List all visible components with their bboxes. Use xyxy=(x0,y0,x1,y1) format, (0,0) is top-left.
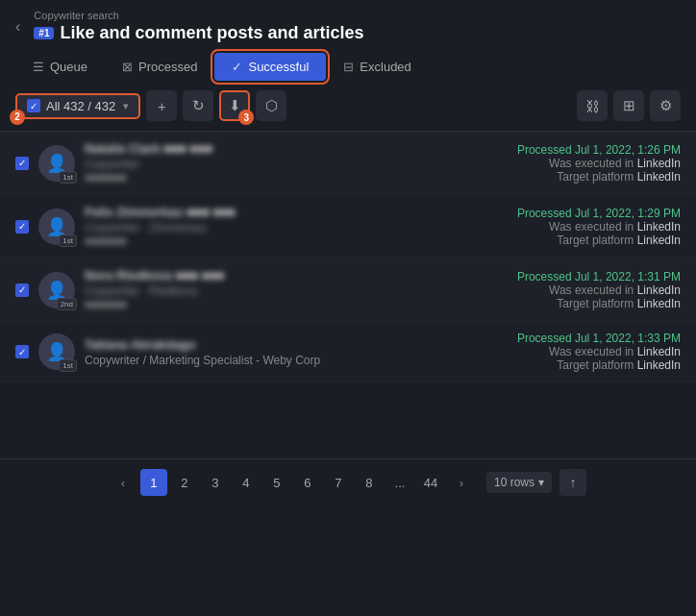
tab-processed[interactable]: ⊠ Processed xyxy=(105,53,214,81)
page-6-button[interactable]: 6 xyxy=(294,469,321,496)
platform-val-2: LinkedIn xyxy=(637,234,681,247)
download-button[interactable]: ⬇ 3 xyxy=(219,90,250,121)
item-info-1: Natalie Clark ■■■ ■■■ Copywriter ■■■■■■ xyxy=(85,141,508,185)
item-subtitle-2: Copywriter · Zimmerkau xyxy=(85,221,508,234)
grid-icon-button[interactable]: ⊞ xyxy=(613,90,644,121)
filter-button[interactable]: ⚙ xyxy=(650,90,681,121)
page-title: Like and comment posts and articles xyxy=(60,23,363,43)
tab-excluded[interactable]: ⊟ Excluded xyxy=(326,53,428,81)
item-info-3: Nora Riedkova ■■■ ■■■ Copywriter · Riedk… xyxy=(85,268,508,311)
page-2-button[interactable]: 2 xyxy=(171,469,198,496)
item-meta-3: Processed Jul 1, 2022, 1:31 PM Was execu… xyxy=(517,270,681,310)
item-name-1: Natalie Clark ■■■ ■■■ xyxy=(85,141,212,156)
page-ellipsis: ... xyxy=(386,469,413,496)
successful-icon: ✓ xyxy=(232,60,242,74)
scroll-to-top-button[interactable]: ↑ xyxy=(559,469,586,496)
item-extra-3: ■■■■■■ xyxy=(85,298,508,311)
badge-number: #1 xyxy=(34,27,54,39)
filter-icon: ⚙ xyxy=(659,97,672,114)
target-platform-4: Target platform LinkedIn xyxy=(517,358,681,372)
tag-button[interactable]: ⬡ xyxy=(256,90,286,121)
item-checkbox-4[interactable]: ✓ xyxy=(15,345,29,358)
rows-per-page-select[interactable]: 10 rows ▾ xyxy=(486,472,552,493)
platform-val-1: LinkedIn xyxy=(637,170,681,184)
refresh-button[interactable]: ↻ xyxy=(183,90,213,121)
avatar-badge-4: 1st xyxy=(59,359,77,372)
executed-in-2: Was executed in LinkedIn xyxy=(517,220,681,234)
item-checkbox-3[interactable]: ✓ xyxy=(15,283,29,297)
item-name-2: Felix Zimmerkau ■■■ ■■■ xyxy=(85,205,236,219)
processed-date-2: Processed Jul 1, 2022, 1:29 PM xyxy=(517,207,681,220)
processed-icon: ⊠ xyxy=(122,60,133,74)
item-name-3: Nora Riedkova ■■■ ■■■ xyxy=(85,268,224,283)
toolbar: ✓ All 432 / 432 ▾ 2 + ↻ ⬇ 3 ⬡ ⛓ ⊞ ⚙ xyxy=(0,81,696,132)
tag-icon: ⬡ xyxy=(265,97,278,114)
platform-val-3: LinkedIn xyxy=(637,297,681,310)
item-extra-2: ■■■■■■ xyxy=(85,234,508,248)
executed-val-3: LinkedIn xyxy=(637,283,681,297)
avatar-4: 👤 1st xyxy=(38,333,75,370)
processed-date-3: Processed Jul 1, 2022, 1:31 PM xyxy=(517,270,681,283)
tab-successful[interactable]: ✓ Successful xyxy=(214,53,326,81)
link-icon: ⛓ xyxy=(585,98,600,114)
item-meta-4: Processed Jul 1, 2022, 1:33 PM Was execu… xyxy=(517,332,681,372)
page-next-button[interactable]: › xyxy=(448,469,475,496)
processed-date-4: Processed Jul 1, 2022, 1:33 PM xyxy=(517,332,681,345)
link-icon-button[interactable]: ⛓ xyxy=(577,90,608,121)
page-5-button[interactable]: 5 xyxy=(263,469,290,496)
chevron-down-icon: ▾ xyxy=(123,100,129,112)
avatar-badge-1: 1st xyxy=(59,171,77,184)
excluded-icon: ⊟ xyxy=(343,60,354,74)
list-item: ✓ 👤 1st Felix Zimmerkau ■■■ ■■■ Copywrit… xyxy=(0,195,696,259)
platform-val-4: LinkedIn xyxy=(637,358,681,372)
page-prev-button[interactable]: ‹ xyxy=(110,469,137,496)
target-platform-3: Target platform LinkedIn xyxy=(517,297,681,310)
executed-val-2: LinkedIn xyxy=(637,220,681,234)
list-item: ✓ 👤 1st Tatiana Abrakdago Copywriter / M… xyxy=(0,322,696,382)
list-area: ✓ 👤 1st Natalie Clark ■■■ ■■■ Copywriter… xyxy=(0,132,696,458)
executed-in-4: Was executed in LinkedIn xyxy=(517,345,681,358)
executed-in-1: Was executed in LinkedIn xyxy=(517,157,681,170)
avatar-3: 👤 2nd xyxy=(38,272,75,308)
item-extra-1: ■■■■■■ xyxy=(85,171,508,185)
page-1-button[interactable]: 1 xyxy=(140,469,167,496)
item-meta-1: Processed Jul 1, 2022, 1:26 PM Was execu… xyxy=(517,143,681,184)
page-4-button[interactable]: 4 xyxy=(233,469,260,496)
select-all-label: All 432 / 432 xyxy=(46,99,115,113)
avatar-2: 👤 1st xyxy=(38,209,75,245)
item-info-4: Tatiana Abrakdago Copywriter / Marketing… xyxy=(85,337,508,367)
back-button[interactable]: ‹ xyxy=(15,18,20,36)
executed-in-3: Was executed in LinkedIn xyxy=(517,283,681,297)
page-8-button[interactable]: 8 xyxy=(356,469,383,496)
select-all-dropdown[interactable]: ✓ All 432 / 432 ▾ 2 xyxy=(15,93,140,119)
pagination-row: ‹ 1 2 3 4 5 6 7 8 ... 44 › 10 rows ▾ ↑ xyxy=(0,458,696,505)
item-subtitle-3: Copywriter · Riedkova xyxy=(85,284,508,298)
target-platform-1: Target platform LinkedIn xyxy=(517,170,681,184)
list-item: ✓ 👤 2nd Nora Riedkova ■■■ ■■■ Copywriter… xyxy=(0,259,696,322)
select-all-checkbox: ✓ xyxy=(27,99,40,112)
item-checkbox-2[interactable]: ✓ xyxy=(15,220,29,234)
avatar-badge-2: 1st xyxy=(59,234,77,247)
item-checkbox-1[interactable]: ✓ xyxy=(15,157,29,170)
executed-val-4: LinkedIn xyxy=(637,345,681,358)
page-44-button[interactable]: 44 xyxy=(417,469,444,496)
queue-icon: ☰ xyxy=(33,60,44,74)
refresh-icon: ↻ xyxy=(192,97,205,114)
list-item: ✓ 👤 1st Natalie Clark ■■■ ■■■ Copywriter… xyxy=(0,132,696,195)
add-button[interactable]: + xyxy=(146,90,177,121)
processed-date-1: Processed Jul 1, 2022, 1:26 PM xyxy=(517,143,681,157)
tab-queue[interactable]: ☰ Queue xyxy=(15,53,105,81)
avatar-badge-3: 2nd xyxy=(57,298,77,310)
item-subtitle-1: Copywriter xyxy=(85,158,508,171)
item-subtitle-4: Copywriter / Marketing Specialist - Weby… xyxy=(85,354,508,367)
item-name-4: Tatiana Abrakdago xyxy=(85,337,196,352)
breadcrumb: Copywriter search xyxy=(34,10,363,21)
badge-2: 2 xyxy=(10,110,25,125)
avatar-1: 👤 1st xyxy=(38,145,75,182)
item-info-2: Felix Zimmerkau ■■■ ■■■ Copywriter · Zim… xyxy=(85,205,508,248)
tabs-row: ☰ Queue ⊠ Processed ✓ Successful ⊟ Exclu… xyxy=(15,53,681,81)
page-7-button[interactable]: 7 xyxy=(325,469,352,496)
page-3-button[interactable]: 3 xyxy=(202,469,229,496)
executed-val-1: LinkedIn xyxy=(637,157,681,170)
rows-chevron-icon: ▾ xyxy=(538,476,544,489)
